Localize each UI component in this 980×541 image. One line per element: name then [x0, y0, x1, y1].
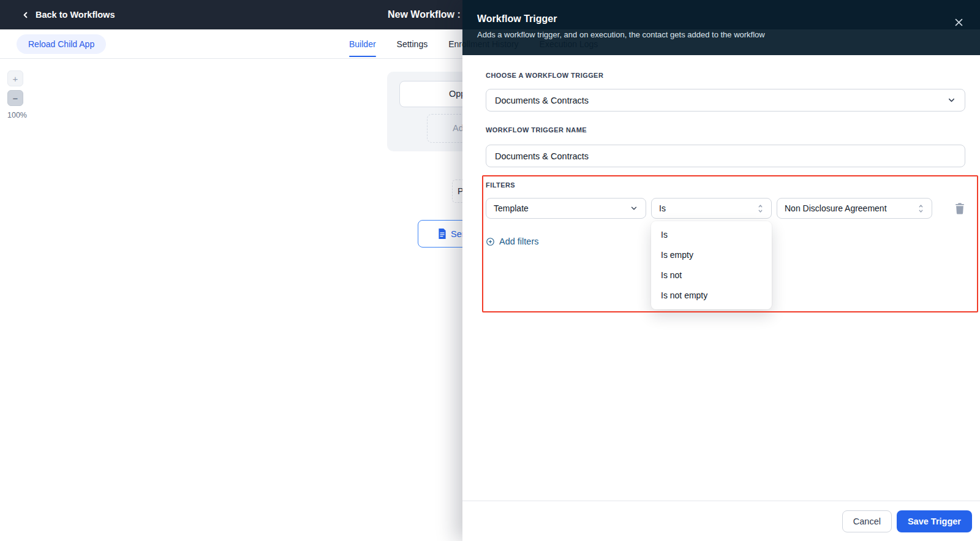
filters-label: FILTERS	[486, 181, 515, 189]
chevron-down-icon	[947, 96, 956, 105]
chevron-down-icon	[630, 204, 638, 213]
filter-operator-value: Is	[659, 203, 666, 213]
updown-caret-icon	[757, 203, 764, 214]
operator-option-is-not[interactable]: Is not	[651, 265, 772, 286]
panel-footer: Cancel Save Trigger	[462, 501, 980, 541]
tab-builder[interactable]: Builder	[349, 29, 376, 58]
zoom-out-button[interactable]: −	[7, 90, 23, 106]
workflow-trigger-panel: Workflow Trigger Adds a workflow trigger…	[462, 0, 980, 541]
zoom-level-label: 100%	[7, 111, 27, 119]
document-icon	[438, 229, 447, 239]
add-filters-label: Add filters	[499, 236, 538, 246]
filter-field-select[interactable]: Template	[486, 198, 646, 219]
workflow-builder-app: Back to Workflows New Workflow : Reload …	[0, 0, 980, 541]
workflow-title: New Workflow :	[388, 0, 461, 29]
back-link-label: Back to Workflows	[36, 10, 115, 20]
trigger-select-value: Documents & Contracts	[495, 96, 589, 105]
panel-title: Workflow Trigger	[477, 13, 965, 25]
filter-value-value: Non Disclosure Agreement	[785, 203, 887, 213]
tab-settings[interactable]: Settings	[397, 29, 428, 58]
add-filters-link[interactable]: Add filters	[486, 236, 538, 246]
operator-option-is-not-empty[interactable]: Is not empty	[651, 286, 772, 306]
filter-operator-select[interactable]: Is	[651, 198, 772, 219]
reload-child-app-button[interactable]: Reload Child App	[17, 34, 106, 54]
panel-subtitle: Adds a workflow trigger, and on executio…	[477, 30, 965, 39]
zoom-in-button[interactable]: +	[7, 70, 23, 86]
save-trigger-button[interactable]: Save Trigger	[897, 510, 972, 532]
plus-circle-icon	[486, 237, 495, 246]
panel-header: Workflow Trigger Adds a workflow trigger…	[462, 0, 980, 55]
filter-field-value: Template	[494, 203, 529, 213]
operator-option-is[interactable]: Is	[651, 225, 772, 245]
close-icon[interactable]	[952, 16, 965, 28]
operator-option-is-empty[interactable]: Is empty	[651, 245, 772, 265]
workflow-trigger-select[interactable]: Documents & Contracts	[486, 89, 965, 112]
back-to-workflows-link[interactable]: Back to Workflows	[21, 0, 115, 29]
filter-value-select[interactable]: Non Disclosure Agreement	[777, 198, 932, 219]
trash-icon[interactable]	[954, 202, 965, 214]
trigger-name-label: WORKFLOW TRIGGER NAME	[486, 126, 587, 134]
chevron-left-icon	[21, 10, 30, 20]
filter-row: Template Is Non Disclosure Agreement	[486, 198, 965, 219]
cancel-button[interactable]: Cancel	[842, 510, 892, 532]
choose-trigger-label: CHOOSE A WORKFLOW TRIGGER	[486, 72, 603, 79]
updown-caret-icon	[918, 203, 924, 214]
panel-body: CHOOSE A WORKFLOW TRIGGER Documents & Co…	[462, 55, 980, 541]
operator-dropdown-menu: Is Is empty Is not Is not empty	[651, 221, 772, 309]
trigger-name-input[interactable]: Documents & Contracts	[486, 145, 965, 167]
